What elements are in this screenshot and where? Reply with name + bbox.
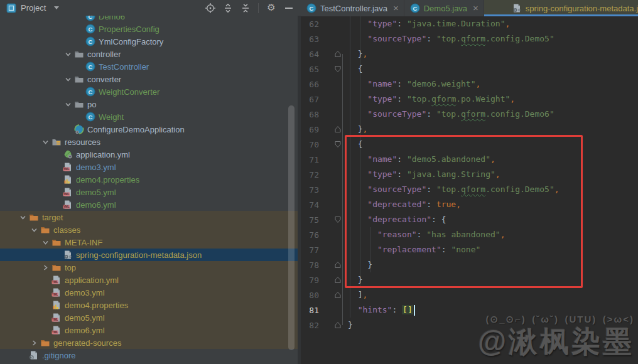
locate-file-button[interactable]	[203, 1, 217, 15]
tree-item-propertiesconfig[interactable]: CPropertiesConfig	[0, 23, 298, 35]
tree-item-demo6-yml[interactable]: YMLdemo6.yml	[0, 324, 298, 336]
chevron-down-icon[interactable]	[62, 49, 74, 59]
line-number: 69	[301, 125, 319, 134]
code-line-66[interactable]: 66 "name": "demo6.weight",	[301, 77, 638, 92]
code-line-63[interactable]: 63 "sourceType": "top.qform.config.Demo5…	[301, 31, 638, 46]
tree-item-classes[interactable]: classes	[0, 223, 298, 236]
tree-item-converter[interactable]: converter	[0, 73, 298, 85]
tree-item-spring-configuration-metadata-json[interactable]: spring-configuration-metadata.json	[0, 249, 298, 261]
tree-item-application-yml[interactable]: YMLapplication.yml	[0, 274, 298, 286]
tree-item-label: PropertiesConfig	[99, 24, 160, 34]
svg-text:C: C	[413, 5, 417, 12]
fold-down-icon[interactable]	[319, 212, 348, 227]
chevron-right-icon[interactable]	[40, 262, 51, 272]
chevron-down-icon[interactable]	[62, 99, 74, 109]
collapse-all-button[interactable]	[239, 1, 252, 15]
code-line-65[interactable]: 65 {	[301, 62, 638, 77]
code-line-80[interactable]: 80 ],	[301, 287, 638, 302]
tree-scrollbar[interactable]	[288, 105, 295, 350]
tree-item-demo5-yml[interactable]: YMLdemo5.yml	[0, 186, 298, 198]
fold-up-icon[interactable]	[319, 257, 348, 272]
settings-button[interactable]: ⚙	[264, 1, 278, 15]
tree-item-weight[interactable]: CWeight	[0, 110, 298, 123]
tree-item-ymlconfigfactory[interactable]: CYmlConfigFactory	[0, 35, 298, 48]
code-line-81[interactable]: 81 "hints": []	[301, 302, 638, 318]
tree-item-label: converter	[87, 75, 121, 84]
chevron-right-icon[interactable]	[28, 338, 40, 348]
java-class-icon: C	[410, 3, 420, 13]
line-number: 67	[301, 95, 319, 104]
project-view-selector[interactable]: Project	[0, 0, 63, 16]
chevron-down-icon[interactable]	[62, 74, 74, 84]
fold-up-icon[interactable]	[319, 272, 348, 287]
expand-all-button[interactable]	[221, 1, 235, 15]
line-number: 70	[301, 140, 319, 149]
tree-item-testcontroller[interactable]: CTestController	[0, 60, 298, 73]
tree-item-meta-inf[interactable]: META-INF	[0, 236, 298, 249]
line-number: 73	[301, 185, 319, 195]
yml-icon: YML	[51, 325, 62, 335]
chevron-down-icon[interactable]	[40, 137, 51, 147]
hide-panel-button[interactable]	[282, 1, 296, 15]
fold-up-icon[interactable]	[319, 46, 348, 62]
fold-spacer	[319, 31, 348, 46]
svg-text:C: C	[89, 88, 93, 95]
tree-item-resources[interactable]: resources	[0, 136, 298, 148]
code-text: "sourceType": "top.qform.config.Demo6"	[348, 107, 554, 122]
tree-item-controller[interactable]: controller	[0, 48, 298, 60]
line-number: 71	[301, 155, 319, 164]
tree-item-top[interactable]: top	[0, 261, 298, 274]
tree-item-label: controller	[87, 50, 121, 59]
tab-spring-configuration-metadata-json[interactable]: spring-configuration-metadata.json ×	[484, 0, 638, 16]
tree-item-application-yml[interactable]: application.yml	[0, 148, 298, 161]
tree-item-demo3-yml[interactable]: YMLdemo3.yml	[0, 286, 298, 299]
chevron-down-icon[interactable]	[28, 225, 40, 235]
line-number: 68	[301, 110, 319, 119]
tree-item-target[interactable]: target	[0, 211, 298, 223]
code-text: ],	[348, 287, 367, 302]
tree-item-demo4-properties[interactable]: demo4.properties	[0, 299, 298, 311]
svg-text:C: C	[310, 5, 314, 12]
code-line-82[interactable]: 82}	[301, 318, 638, 333]
fold-up-icon[interactable]	[319, 287, 348, 302]
code-line-64[interactable]: 64 },	[301, 46, 638, 62]
properties-icon	[51, 300, 62, 310]
fold-down-icon[interactable]	[319, 62, 348, 77]
json-icon	[63, 250, 73, 260]
tree-item-label: .gitignore	[42, 351, 75, 360]
tree-item-label: WeightConverter	[99, 87, 160, 97]
close-icon[interactable]: ×	[393, 4, 399, 13]
code-line-68[interactable]: 68 "sourceType": "top.qform.config.Demo6…	[301, 107, 638, 122]
code-line-62[interactable]: 62 "type": "java.time.Duration",	[301, 16, 638, 31]
editor-pane: C TestController.java × C Demo5.java × s…	[301, 0, 638, 364]
tab-demo5-java[interactable]: C Demo5.java ×	[404, 0, 484, 16]
tree-item-demo6-yml[interactable]: YMLdemo6.yml	[0, 198, 298, 211]
tree-item-po[interactable]: po	[0, 98, 298, 110]
spring-config-icon	[63, 149, 73, 159]
code-text: "type": "java.time.Duration",	[348, 16, 510, 31]
tree-item-demo4-properties[interactable]: demo4.properties	[0, 173, 298, 186]
tab-testcontroller-java[interactable]: C TestController.java ×	[301, 0, 404, 16]
fold-up-icon[interactable]	[319, 318, 348, 333]
tree-item--gitignore[interactable]: .gitignore	[0, 349, 298, 361]
line-number: 74	[301, 200, 319, 210]
fold-down-icon[interactable]	[319, 137, 348, 152]
code-editor[interactable]: 62 "type": "java.time.Duration",63 "sour…	[301, 16, 638, 364]
tree-item-label: generated-sources	[53, 338, 121, 348]
expand-all-icon	[223, 3, 233, 13]
tree-item-label: po	[87, 100, 96, 109]
close-icon[interactable]: ×	[473, 4, 478, 13]
line-number: 77	[301, 245, 319, 255]
code-line-67[interactable]: 67 "type": "top.qform.po.Weight",	[301, 92, 638, 107]
tree-item-generated-sources[interactable]: generated-sources	[0, 336, 298, 349]
chevron-down-icon[interactable]	[17, 212, 29, 222]
class-icon: C	[85, 87, 95, 97]
tree-item-configuredemoapplication[interactable]: ConfigureDemoApplication	[0, 123, 298, 136]
class-icon: C	[85, 62, 95, 72]
fold-spacer	[319, 167, 348, 182]
fold-up-icon[interactable]	[319, 122, 348, 137]
tree-item-demo3-yml[interactable]: YMLdemo3.yml	[0, 161, 298, 173]
tree-item-weightconverter[interactable]: CWeightConverter	[0, 85, 298, 98]
chevron-down-icon[interactable]	[40, 237, 51, 247]
tree-item-demo5-yml[interactable]: YMLdemo5.yml	[0, 311, 298, 324]
